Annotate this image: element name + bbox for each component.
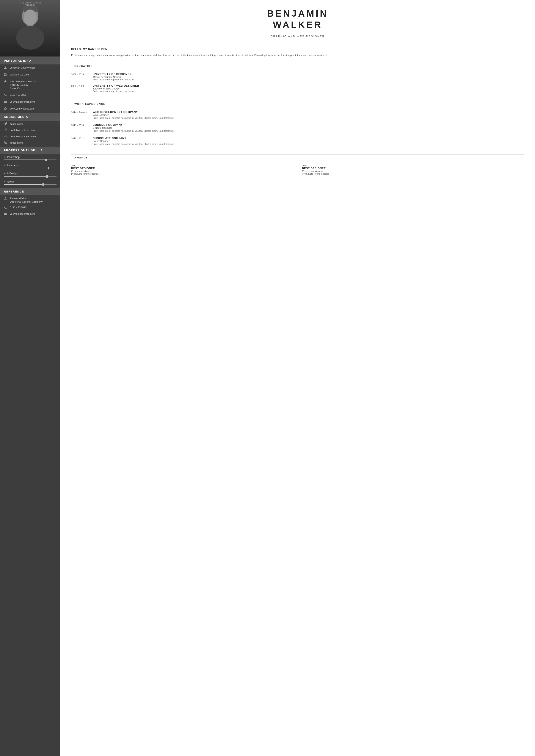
skill-label: InDesign [7,172,17,175]
skill-item: + InDesign [0,171,60,179]
education-header: EDUCATION [71,63,524,69]
person-svg [13,4,47,52]
resume-title: GRAPHIC AND WEB DESIGNER [71,35,524,38]
work-item: 2014 - Present WEB DEVELOPMENT COMPANY W… [71,111,524,120]
skill-bar-marker [46,175,48,177]
skill-label-row: + Sketch [4,180,56,183]
phone-text: 0123 456 7890 [10,93,27,96]
edu-desc: Proin justo lorem egestas nec metus in. [93,90,139,93]
work-header: WORK EXPERIENCE [71,101,524,107]
edu-year: 2009 - 2010 [71,73,88,81]
ref-person-icon [4,197,8,201]
skill-label-row: + InDesign [4,172,56,175]
photo-placeholder [0,0,60,56]
watermark-line1: FREEDOWNLO DPSD [18,2,42,4]
linkedin-icon [4,135,8,138]
facebook-icon [4,128,8,132]
skill-bar-bg [4,176,56,176]
award-item: 2011 BEST DESIGNER Ecommerce Awards Proi… [71,164,294,175]
award-desc: Proin justo lorem, egestas [71,173,294,175]
edu-school: UNIVERSITY OF DESIGNER [93,73,134,76]
edu-detail: UNIVERSITY OF WEB DESIGNER Bachelor of W… [93,84,139,93]
personal-info-name: Jonathan Dave Walker [0,65,60,71]
work-container: 2014 - Present WEB DEVELOPMENT COMPANY W… [71,111,524,146]
photo-area: FREEDOWNLO DPSD PRESENT [0,0,60,56]
work-detail: WEB DEVELOPMENT COMPANY Web-Designer Pro… [93,111,175,120]
skill-label-row: + Illustrator [4,164,56,167]
email-text: yourname@email.com [10,100,35,103]
skill-plus-icon: + [4,180,6,183]
personal-info-dob: January 1st 1993 [0,71,60,78]
edu-detail: UNIVERSITY OF DESIGNER Master of Graphic… [93,73,134,81]
email-icon [4,100,8,104]
education-section: EDUCATION 2009 - 2010 UNIVERSITY OF DESI… [71,63,524,96]
svg-point-5 [5,135,5,135]
skill-bar-marker [48,167,49,170]
awards-row: 2011 BEST DESIGNER Ecommerce Awards Proi… [71,164,524,175]
skill-bar-bg [4,159,56,160]
personal-info-website: www.yourwebsite.com [0,105,60,112]
work-role: Brand Drsigner [93,140,175,142]
edu-degree: Bachelor of Web Design [93,87,139,90]
work-desc: Proin justo lorem, egestas nec netus in,… [93,129,175,133]
edu-school: UNIVERSITY OF WEB DESIGNER [93,84,139,87]
reference-person: Richard Walker Director at Coconut Compa… [0,195,60,205]
sidebar: FREEDOWNLO DPSD PRESENT PERSONAL INFO [0,0,60,756]
calendar-icon [4,73,8,77]
education-item: 2008 - 2009 UNIVERSITY OF WEB DESIGNER B… [71,84,524,93]
website-text: www.yourwebsite.com [10,107,35,110]
work-desc: Proin justo lorem, egestas nec netus in,… [93,116,175,120]
skill-label-row: + Photoshop [4,155,56,159]
education-item: 2009 - 2010 UNIVERSITY OF DESIGNER Maste… [71,73,524,81]
skill-label: Sketch [7,180,15,183]
reference-email: yourname@email.com [0,211,60,218]
awards-header: AWARDS [71,154,524,161]
awards-section: AWARDS 2011 BEST DESIGNER Ecommerce Awar… [71,154,524,175]
skill-label: Illustrator [7,164,18,167]
address-text: The Designer street 1st TXS UK.Country S… [10,80,36,90]
work-year: 2014 - Present [71,111,88,120]
skill-label: Photoshop [7,156,20,159]
address-icon [4,80,8,84]
personal-info-address: The Designer street 1st TXS UK.Country S… [0,78,60,92]
ref-phone-text: 0123 456 7890 [10,206,27,209]
edu-degree: Master of Graphic Design [93,76,134,78]
svg-point-3 [16,26,44,50]
personal-info-header: PERSONAL INFO [0,57,60,65]
work-role: Graphic Designer [93,126,175,129]
skill-item: + Photoshop [0,154,60,162]
phone-icon [4,93,8,97]
ref-email-text: yourname@email.com [10,213,35,215]
skill-bar-fill [4,176,47,176]
resume-name-first: BENJAMIN [71,9,524,18]
svg-rect-6 [5,141,7,144]
reference-name-title: Richard Walker Director at Coconut Compa… [10,197,42,203]
facebook-text: portfolio.com/username [10,129,36,131]
instagram-icon [4,141,8,145]
award-org: Ecommerce Awards [71,170,294,173]
education-container: 2009 - 2010 UNIVERSITY OF DESIGNER Maste… [71,73,524,93]
social-linkedin: portfolio.com/username [0,133,60,140]
work-role: Web-Designer [93,114,175,116]
instagram-text: @username [10,141,23,144]
social-media-header: SOCIAL MEDIA [0,113,60,121]
personal-info-email: yourname@email.com [0,98,60,105]
work-company: COCONUT COMPANY [93,123,175,126]
work-company: CHOCOLATE COMPANY [93,137,175,140]
work-detail: COCONUT COMPANY Graphic Designer Proin j… [93,123,175,133]
award-year: 2011 [71,164,294,167]
skill-item: + Sketch [0,179,60,187]
reference-phone: 0123 456 7890 [0,205,60,211]
globe-icon [4,107,8,111]
award-item: 2014 BEST DESIGNER Ecommerce Awards Proi… [302,164,524,175]
award-year: 2014 [302,164,524,167]
skill-item: + Illustrator [0,162,60,171]
main-content: BENJAMIN WALKER GRAPHIC AND WEB DESIGNER… [60,0,535,756]
work-year: 2011 - 2014 [71,123,88,133]
edu-desc: Proin justo lorem egestas nec metus in. [93,78,134,81]
personal-info-phone: 0123 456 7890 [0,92,60,98]
skills-container: + Photoshop + Illustrator + InDesign + S… [0,154,60,187]
work-year: 2010 - 2011 [71,137,88,146]
work-detail: CHOCOLATE COMPANY Brand Drsigner Proin j… [93,137,175,146]
ref-email-icon [4,213,8,216]
